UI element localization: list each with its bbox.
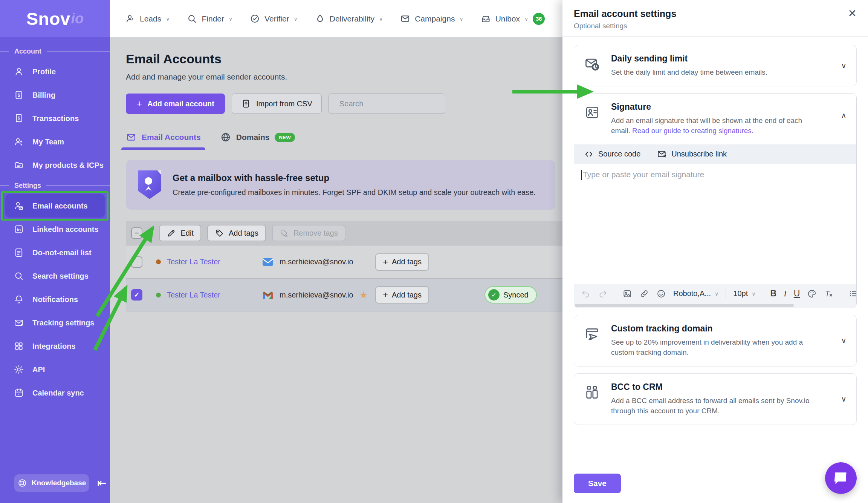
emoji-icon[interactable] <box>656 289 666 299</box>
sidebar-item-profile[interactable]: Profile <box>5 60 105 83</box>
pencil-icon <box>167 228 176 238</box>
panel-footer: Save <box>562 466 868 503</box>
daily-sending-limit-card[interactable]: Daily sending limit Set the daily limit … <box>574 45 857 86</box>
sidebar-item-linkedin-accounts[interactable]: in LinkedIn accounts <box>5 218 105 241</box>
row-add-tags-button[interactable]: + Add tags <box>375 253 429 271</box>
underline-button[interactable]: U <box>794 288 800 299</box>
chat-widget-button[interactable] <box>825 462 857 494</box>
undo-icon[interactable] <box>581 289 591 299</box>
sidebar-item-my-team[interactable]: My Team <box>5 130 105 153</box>
bullet-list-icon[interactable] <box>848 289 857 299</box>
redo-icon[interactable] <box>598 289 608 299</box>
insert-image-icon[interactable] <box>622 289 632 299</box>
sidebar-item-label: Notifications <box>32 295 78 304</box>
folder-docs-icon <box>14 160 24 170</box>
lifebuoy-icon <box>17 478 27 488</box>
nav-deliverability[interactable]: Deliverability ∨ <box>315 14 383 24</box>
envelope-dot-icon <box>14 317 24 328</box>
sidebar-item-search-settings[interactable]: Search settings <box>5 264 105 288</box>
save-button[interactable]: Save <box>574 474 621 493</box>
nav-leads[interactable]: Leads ∨ <box>125 14 170 24</box>
nav-campaigns[interactable]: Campaigns ∨ <box>400 14 463 24</box>
signature-format-toolbar: Roboto,A... ∨ 10pt ∨ B I U <box>574 284 856 303</box>
knowledgebase-button[interactable]: Knowledgebase <box>14 474 89 492</box>
chevron-down-icon[interactable]: ∨ <box>841 336 847 345</box>
insert-link-icon[interactable] <box>639 289 649 299</box>
row-add-tags-button[interactable]: + Add tags <box>375 286 429 304</box>
sidebar-item-label: Search settings <box>32 272 89 281</box>
bold-button[interactable]: B <box>770 288 777 299</box>
row-checkbox[interactable] <box>131 256 142 268</box>
text-color-palette-icon[interactable] <box>807 289 817 299</box>
sidebar-nav: Account Profile $ Billing $ Transactions… <box>0 37 110 474</box>
sidebar-item-billing[interactable]: $ Billing <box>5 83 105 107</box>
account-name-link[interactable]: Tester La Tester <box>167 258 220 266</box>
add-tags-button[interactable]: Add tags <box>207 225 266 241</box>
add-email-account-button[interactable]: + Add email account <box>126 94 225 114</box>
nav-verifier[interactable]: Verifier ∨ <box>250 14 298 24</box>
select-dropdown-caret[interactable]: ∨ <box>148 229 153 237</box>
unsubscribe-link-button[interactable]: Unsubscribe link <box>657 149 727 159</box>
app-root: Snovio Account Profile $ Billing $ Trans… <box>0 0 868 503</box>
nav-label: Verifier <box>264 14 289 23</box>
sidebar-item-label: Do-not-email list <box>32 248 92 257</box>
nav-finder[interactable]: Finder ∨ <box>187 14 232 24</box>
add-email-account-label: Add email account <box>147 100 214 108</box>
chevron-down-icon: ∨ <box>379 16 383 22</box>
clear-formatting-icon[interactable] <box>824 289 834 299</box>
sidebar-item-transactions[interactable]: $ Transactions <box>5 107 105 130</box>
scrollbar-thumb[interactable] <box>575 304 794 307</box>
account-name-link[interactable]: Tester La Tester <box>167 291 220 299</box>
import-from-csv-button[interactable]: Import from CSV <box>232 94 322 114</box>
remove-tags-button[interactable]: Remove tags <box>272 225 345 241</box>
sidebar-item-tracking-settings[interactable]: Tracking settings <box>5 311 105 334</box>
chevron-down-icon[interactable]: ∨ <box>841 61 847 70</box>
row-checkbox[interactable]: ✓ <box>131 289 142 301</box>
edit-button[interactable]: Edit <box>159 225 201 241</box>
tab-domains[interactable]: Domains NEW <box>220 132 295 150</box>
signature-guide-link[interactable]: Read our guide to creating signatures. <box>632 127 753 135</box>
envelope-icon <box>126 132 136 143</box>
bcc-crm-icon <box>584 382 602 416</box>
close-icon[interactable]: ✕ <box>848 8 857 19</box>
droplet-icon <box>315 14 325 24</box>
signature-editor[interactable]: Type or paste your email signature <box>574 164 856 284</box>
account-email: m.serhieieva@snov.io <box>280 258 353 266</box>
synced-badge: ✓ Synced <box>484 286 537 304</box>
list-doc-icon <box>14 247 24 258</box>
chevron-down-icon[interactable]: ∨ <box>841 394 847 403</box>
sidebar-item-integrations[interactable]: Integrations <box>5 334 105 358</box>
sidebar-item-products-icps[interactable]: My products & ICPs <box>5 153 105 177</box>
favorite-star-icon[interactable]: ★ <box>359 290 368 300</box>
mailbox-promo-banner[interactable]: Get a mailbox with hassle-free setup Cre… <box>126 160 555 210</box>
receipt-icon: $ <box>14 113 24 124</box>
chevron-up-icon[interactable]: ∧ <box>841 111 847 120</box>
table-row[interactable]: Tester La Tester m.serhieieva@snov.io + … <box>126 245 562 278</box>
sidebar-item-email-accounts[interactable]: Email accounts <box>5 194 105 218</box>
sidebar-footer: Knowledgebase ⇤ <box>0 474 110 503</box>
font-size-dropdown[interactable]: 10pt ∨ <box>733 289 755 298</box>
sidebar-item-calendar-sync[interactable]: Calendar sync <box>5 381 105 405</box>
custom-tracking-domain-card[interactable]: Custom tracking domain See up to 20% imp… <box>574 315 857 367</box>
select-all-checkbox[interactable]: − <box>131 227 142 239</box>
card-desc: Add an email signature that will be show… <box>611 115 847 136</box>
nav-label: Deliverability <box>330 14 374 23</box>
search-icon <box>187 14 197 24</box>
sidebar-item-notifications[interactable]: Notifications <box>5 288 105 311</box>
sidebar-item-api[interactable]: API <box>5 358 105 381</box>
sidebar-item-do-not-email[interactable]: Do-not-email list <box>5 241 105 264</box>
bcc-to-crm-card[interactable]: BCC to CRM Add a BCC email address to fo… <box>574 373 857 425</box>
nav-unibox[interactable]: Unibox ∨ 36 <box>481 13 545 25</box>
font-family-dropdown[interactable]: Roboto,A... ∨ <box>673 289 718 298</box>
billing-icon: $ <box>14 90 24 100</box>
card-title: Daily sending limit <box>611 54 847 64</box>
collapse-sidebar-icon[interactable]: ⇤ <box>97 477 107 489</box>
tab-label: Domains <box>236 133 270 142</box>
search-input[interactable] <box>339 100 439 108</box>
tag-remove-icon <box>280 228 289 238</box>
snov-logo[interactable]: Snovio <box>0 0 110 37</box>
tab-email-accounts[interactable]: Email Accounts <box>126 132 201 150</box>
table-row[interactable]: ✓ Tester La Tester m.serhieieva@snov.io … <box>126 278 562 311</box>
source-code-button[interactable]: Source code <box>584 149 640 159</box>
italic-button[interactable]: I <box>784 289 787 299</box>
